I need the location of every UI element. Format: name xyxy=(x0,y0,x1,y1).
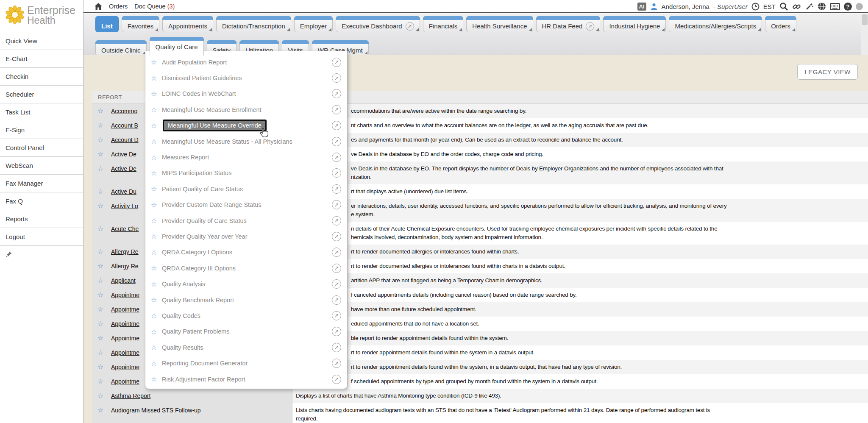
open-in-new-icon[interactable]: ↗ xyxy=(332,295,341,305)
sidebar-item[interactable]: Scheduler xyxy=(0,85,83,103)
report-link[interactable]: Acute Che xyxy=(111,225,139,233)
report-link[interactable]: Active De xyxy=(111,164,136,173)
globe-icon[interactable] xyxy=(818,2,826,11)
favorite-star-icon[interactable]: ☆ xyxy=(151,296,162,304)
primary-tab[interactable]: Orders ↗ xyxy=(765,16,796,32)
open-in-new-icon[interactable]: ↗ xyxy=(332,105,341,114)
report-link[interactable]: Active Du xyxy=(111,187,136,196)
favorite-star-icon[interactable]: ☆ xyxy=(97,305,111,314)
open-in-new-icon[interactable]: ↗ xyxy=(332,89,341,98)
menu-item[interactable]: ☆ Quality Analysis ↗ xyxy=(145,276,347,292)
favorite-star-icon[interactable]: ☆ xyxy=(151,217,162,225)
menu-item[interactable]: ☆ Quality Benchmark Report ↗ xyxy=(145,292,347,308)
favorite-star-icon[interactable]: ☆ xyxy=(151,58,162,66)
sidebar-item[interactable]: Fax Q xyxy=(0,192,83,210)
sidebar-item[interactable]: WebScan xyxy=(0,156,83,174)
report-link[interactable]: Account D xyxy=(111,136,139,144)
help-icon[interactable]: ? xyxy=(844,3,852,11)
link-icon[interactable] xyxy=(792,2,801,11)
favorite-star-icon[interactable]: ☆ xyxy=(151,359,162,367)
menu-item[interactable]: ☆ MIPS Participation Status ↗ xyxy=(145,165,347,181)
open-in-new-icon[interactable]: ↗ xyxy=(332,216,341,225)
report-link[interactable]: Asthma Report xyxy=(111,392,150,400)
report-link[interactable]: Account B xyxy=(111,121,138,130)
favorite-star-icon[interactable]: ☆ xyxy=(151,106,162,114)
favorite-star-icon[interactable]: ☆ xyxy=(151,280,162,288)
favorite-star-icon[interactable]: ☆ xyxy=(151,90,162,98)
secondary-tab[interactable]: Outside Clinic xyxy=(95,40,147,56)
open-in-new-icon[interactable]: ↗ xyxy=(332,343,341,352)
favorite-star-icon[interactable]: ☆ xyxy=(151,232,162,240)
menu-item[interactable]: ☆ Meaningful Use Measure Enrollment ↗ xyxy=(145,102,347,117)
favorite-star-icon[interactable]: ☆ xyxy=(151,264,162,272)
favorite-star-icon[interactable]: ☆ xyxy=(97,348,111,357)
primary-tab[interactable]: Executive Dashboard ↗ xyxy=(336,16,420,32)
open-in-new-icon[interactable]: ↗ xyxy=(332,311,341,320)
favorite-star-icon[interactable]: ☆ xyxy=(151,248,162,256)
favorite-star-icon[interactable]: ☆ xyxy=(97,136,111,144)
sidebar-item[interactable]: Quick View xyxy=(0,32,83,50)
secondary-tab[interactable]: Quality of Care xyxy=(150,37,204,56)
report-link[interactable]: Accommo xyxy=(111,107,137,115)
report-link[interactable]: Appointme xyxy=(111,320,139,328)
open-in-new-icon[interactable]: ↗ xyxy=(332,375,341,384)
sidebar-item[interactable]: Fax Manager xyxy=(0,174,83,192)
favorite-star-icon[interactable]: ☆ xyxy=(97,202,111,210)
favorite-star-icon[interactable]: ☆ xyxy=(151,375,162,383)
favorite-star-icon[interactable]: ☆ xyxy=(97,363,111,371)
menu-item[interactable]: ☆ Quality Patient Problems ↗ xyxy=(145,324,347,340)
report-link[interactable]: Audiogram Missed STS Follow-up xyxy=(111,406,201,415)
report-link[interactable]: Applicant xyxy=(111,276,136,285)
open-in-new-icon[interactable]: ↗ xyxy=(332,327,341,336)
favorite-star-icon[interactable]: ☆ xyxy=(151,137,162,145)
primary-tab[interactable]: List ↗ xyxy=(95,16,119,32)
breadcrumb-orders[interactable]: Orders xyxy=(109,3,128,10)
open-in-new-icon[interactable]: ↗ xyxy=(332,153,341,162)
favorite-star-icon[interactable]: ☆ xyxy=(97,107,111,115)
report-link[interactable]: Appointme xyxy=(111,305,139,314)
favorite-star-icon[interactable]: ☆ xyxy=(151,74,162,82)
external-link-icon[interactable]: ↗ xyxy=(406,22,414,31)
favorite-star-icon[interactable]: ☆ xyxy=(97,392,111,400)
report-link[interactable]: Appointme xyxy=(111,377,139,386)
favorite-star-icon[interactable]: ☆ xyxy=(151,153,162,161)
favorite-star-icon[interactable]: ☆ xyxy=(97,377,111,386)
favorite-star-icon[interactable]: ☆ xyxy=(97,406,111,415)
sidebar-item[interactable]: Logout xyxy=(0,228,83,245)
menu-item[interactable]: ☆ Dismissed Patient Guidelines ↗ xyxy=(145,70,347,86)
search-icon[interactable] xyxy=(779,2,788,11)
open-in-new-icon[interactable]: ↗ xyxy=(332,184,341,194)
menu-item[interactable]: ☆ QRDA Category I Options ↗ xyxy=(145,245,347,260)
favorite-star-icon[interactable]: ☆ xyxy=(97,334,111,342)
sidebar-item[interactable]: Control Panel xyxy=(0,139,83,156)
primary-tab[interactable]: Employer ↗ xyxy=(294,16,333,32)
keyboard-icon[interactable] xyxy=(830,3,840,10)
primary-tab[interactable]: Health Surveillance ↗ xyxy=(466,16,533,32)
breadcrumb-doc-queue[interactable]: Doc Queue (3) xyxy=(134,3,175,10)
magic-wand-icon[interactable] xyxy=(805,2,814,11)
report-link[interactable]: Allergy Re xyxy=(111,248,139,256)
menu-item[interactable]: ☆ Quality Codes ↗ xyxy=(145,308,347,323)
favorite-star-icon[interactable]: ☆ xyxy=(151,201,162,209)
open-in-new-icon[interactable]: ↗ xyxy=(332,279,341,289)
primary-tab[interactable]: HR Data Feed ↗ xyxy=(536,16,601,32)
favorite-star-icon[interactable]: ☆ xyxy=(97,225,111,233)
open-in-new-icon[interactable]: ↗ xyxy=(332,264,341,273)
open-in-new-icon[interactable]: ↗ xyxy=(332,121,341,130)
sidebar-item[interactable]: Reports xyxy=(0,210,83,228)
menu-item[interactable]: ☆ Quality Results ↗ xyxy=(145,340,347,355)
favorite-star-icon[interactable]: ☆ xyxy=(97,164,111,173)
menu-item[interactable]: ☆ Meaningful Use Measure Status - All Ph… xyxy=(145,134,347,149)
menu-item[interactable]: ☆ Provider Quality Year over Year ↗ xyxy=(145,228,347,244)
menu-item[interactable]: ☆ Measures Report ↗ xyxy=(145,149,347,165)
primary-tab[interactable]: Appointments ↗ xyxy=(162,16,213,32)
sidebar-item[interactable]: Task List xyxy=(0,103,83,121)
scrollbar-thumb[interactable] xyxy=(862,14,868,25)
favorite-star-icon[interactable]: ☆ xyxy=(151,169,162,177)
report-link[interactable]: Activity Lo xyxy=(111,202,138,210)
open-in-new-icon[interactable]: ↗ xyxy=(332,137,341,146)
open-in-new-icon[interactable]: ↗ xyxy=(332,248,341,257)
open-in-new-icon[interactable]: ↗ xyxy=(332,232,341,241)
report-link[interactable]: Appointme xyxy=(111,363,139,371)
open-in-new-icon[interactable]: ↗ xyxy=(332,359,341,368)
